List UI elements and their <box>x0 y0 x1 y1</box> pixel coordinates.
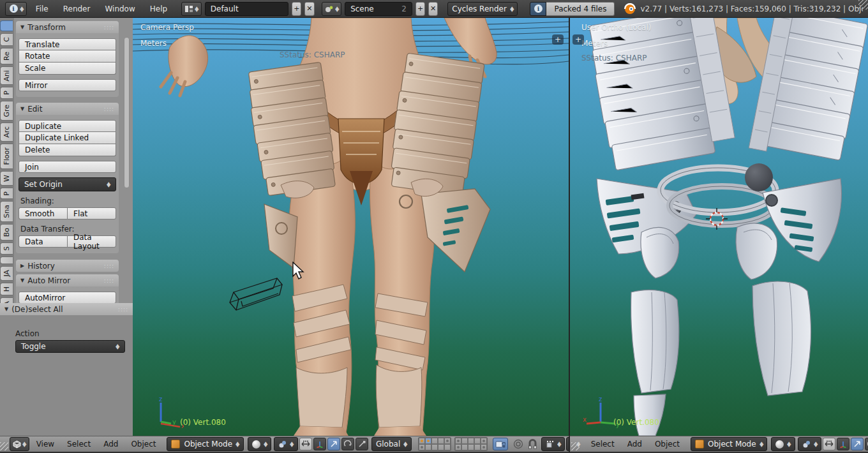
menu-add[interactable]: Add <box>98 440 124 449</box>
tab-bo[interactable]: Bo <box>0 224 13 241</box>
screen-layout-field[interactable]: Default <box>205 2 288 16</box>
duplicate-linked-button[interactable]: Duplicate Linked <box>19 132 116 144</box>
panel-grip-icon[interactable]: :::: <box>104 278 114 284</box>
tab-h[interactable]: H <box>0 283 13 295</box>
scene-character-model <box>133 18 569 436</box>
tab-re[interactable]: Re <box>0 48 13 64</box>
duplicate-button[interactable]: Duplicate <box>19 120 116 132</box>
delete-scene-button[interactable]: ✕ <box>428 2 438 16</box>
tab-p[interactable]: P <box>0 87 13 99</box>
scene-icon-button[interactable]: ▲▼ <box>322 2 342 16</box>
tab-blank[interactable] <box>0 256 13 264</box>
snap-element-select[interactable]: ▲▼ <box>541 437 565 451</box>
expand-properties-panel-button[interactable]: + <box>572 34 584 45</box>
translate-manipulator-button[interactable] <box>327 438 340 450</box>
tool-shelf-scrollbar[interactable] <box>124 37 130 188</box>
snap-magnet-toggle[interactable] <box>528 439 537 449</box>
automirror-button[interactable]: AutoMirror <box>19 292 116 304</box>
menu-object[interactable]: Object <box>125 440 161 449</box>
set-origin-select[interactable]: Set Origin ▲▼ <box>19 177 116 191</box>
editor-type-selector[interactable]: i ▲▼ <box>5 2 27 16</box>
panel-header-edit[interactable]: ▼ Edit :::: <box>16 103 119 115</box>
scene-users-count[interactable]: 2 <box>401 4 407 13</box>
rotate-button[interactable]: Rotate <box>19 50 116 63</box>
editor-type-selector[interactable]: ▲▼ <box>10 437 29 451</box>
tab-ani[interactable]: Ani <box>0 66 13 85</box>
menu-help[interactable]: Help <box>144 4 173 13</box>
menu-select[interactable]: Select <box>61 440 96 449</box>
panel-open-icon: ▼ <box>20 278 24 283</box>
data-layout-button[interactable]: Data Layout <box>67 235 116 248</box>
shade-smooth-button[interactable]: Smooth <box>19 207 67 219</box>
tab-p2[interactable]: P <box>0 188 13 200</box>
pivot-point-select[interactable]: ▲▼ <box>274 437 298 451</box>
panel-header-transform[interactable]: ▼ Transform :::: <box>16 21 119 33</box>
screen-layout-icon-button[interactable]: ▲▼ <box>181 2 202 16</box>
manipulator-toggle[interactable] <box>299 438 312 450</box>
tab-s[interactable]: S <box>0 242 13 255</box>
render-engine-select[interactable]: Cycles Render ▲▼ <box>447 2 518 16</box>
tab-active[interactable] <box>0 20 13 31</box>
manipulator-toggle[interactable] <box>823 438 835 450</box>
editor-selector-clipped[interactable]: ▲▼ <box>577 442 580 447</box>
panel-header-deselect-all[interactable]: ▼ (De)select All :::: <box>0 303 133 315</box>
scale-button[interactable]: Scale <box>19 63 116 75</box>
scene-name-field[interactable]: Scene 2 <box>345 2 412 16</box>
translate-manipulator-button[interactable] <box>851 438 864 450</box>
pivot-point-select[interactable]: ▲▼ <box>798 437 822 451</box>
rotate-manipulator-button[interactable] <box>865 438 868 450</box>
join-button[interactable]: Join <box>19 161 116 173</box>
menu-file[interactable]: File <box>30 4 54 13</box>
panel-grip-icon[interactable]: :::: <box>104 24 114 31</box>
lock-to-scene-toggle[interactable] <box>493 438 508 450</box>
mode-select[interactable]: Object Mode ▲▼ <box>167 437 243 451</box>
transform-orientation-select[interactable]: Global ▲▼ <box>371 437 412 451</box>
delete-layout-button[interactable]: ✕ <box>304 2 314 16</box>
menu-select[interactable]: Select <box>585 440 620 449</box>
panel-header-history[interactable]: ▶ History :::: <box>16 260 119 272</box>
menu-view[interactable]: View <box>31 440 60 449</box>
panel-grip-icon[interactable]: :::: <box>104 263 114 269</box>
rotate-manipulator-button[interactable] <box>341 438 354 450</box>
viewport-right-canvas[interactable]: User Ortho (Local) Meters SStatus: CSHAR… <box>570 18 868 436</box>
packed-files-button[interactable]: Packed 4 files <box>546 2 615 16</box>
data-button[interactable]: Data <box>19 235 67 248</box>
mirror-button[interactable]: Mirror <box>19 79 116 91</box>
delete-button[interactable]: Delete <box>19 144 116 156</box>
layers-grid-1[interactable] <box>418 437 451 451</box>
tab-ja[interactable]: JA <box>0 266 13 281</box>
add-layout-button[interactable]: + <box>292 2 301 16</box>
panel-grip-icon[interactable]: :::: <box>118 306 128 313</box>
tab-gre[interactable]: Gre <box>0 101 13 121</box>
menu-window[interactable]: Window <box>99 4 140 13</box>
viewport-shading-select[interactable]: ▲▼ <box>248 437 272 451</box>
area-corner-handle[interactable] <box>0 442 8 450</box>
scale-manipulator-button[interactable] <box>355 438 368 450</box>
translate-button[interactable]: Translate <box>19 38 116 50</box>
tab-sna[interactable]: Sna <box>0 201 13 222</box>
shade-flat-button[interactable]: Flat <box>67 207 116 219</box>
panel-header-auto-mirror[interactable]: ▼ Auto Mirror :::: <box>16 274 119 286</box>
tab-arc[interactable]: Arc <box>0 123 13 142</box>
manipulator-axis-icon[interactable] <box>313 438 326 450</box>
menu-render[interactable]: Render <box>57 4 96 13</box>
tab-c[interactable]: C <box>0 33 13 46</box>
action-toggle-select[interactable]: Toggle ▲▼ <box>15 340 125 353</box>
menu-add[interactable]: Add <box>622 440 648 449</box>
tab-w[interactable]: W <box>0 171 13 186</box>
viewport-left-canvas[interactable]: Camera Persp Meters SStatus: CSHARP + z … <box>133 18 569 436</box>
add-scene-button[interactable]: + <box>415 2 425 16</box>
menu-object[interactable]: Object <box>649 440 685 449</box>
pivot-icon <box>802 440 811 449</box>
menu-view-clipped[interactable]: View <box>581 440 584 449</box>
viewport-shading-select[interactable]: ▲▼ <box>771 437 795 451</box>
chevron-updown-icon: ▲▼ <box>107 182 110 187</box>
window-corner-handle[interactable] <box>858 0 868 10</box>
layers-grid-2[interactable] <box>454 437 488 451</box>
mode-select[interactable]: Object Mode ▲▼ <box>691 437 767 451</box>
proportional-edit-button[interactable] <box>513 439 523 449</box>
manipulator-axis-icon[interactable] <box>837 438 849 450</box>
expand-properties-panel-button[interactable]: + <box>552 34 564 45</box>
tab-floor[interactable]: Floor <box>0 144 13 168</box>
panel-grip-icon[interactable]: :::: <box>104 106 114 112</box>
